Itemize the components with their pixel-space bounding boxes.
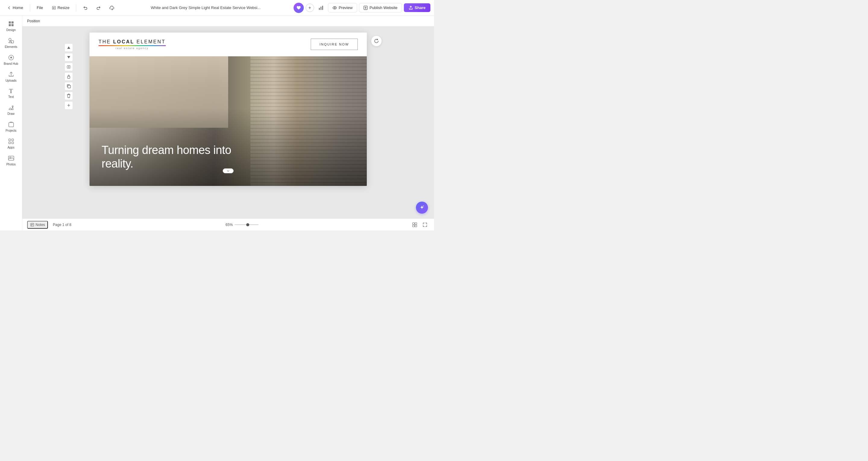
text-label: Text <box>8 95 13 99</box>
plus-icon: + <box>308 5 311 10</box>
grid-view-button[interactable] <box>410 220 419 229</box>
brand-hub-label: Brand Hub <box>4 62 19 66</box>
photos-label: Photos <box>6 163 16 166</box>
canvas-scroll[interactable]: + THE LOCAL ELEMENT real estate agency <box>22 27 434 230</box>
hide-page-button[interactable] <box>223 168 234 173</box>
sidebar-item-design[interactable]: Design <box>1 18 21 34</box>
home-button[interactable]: Home <box>4 4 26 12</box>
position-panel: Position <box>22 16 434 27</box>
text-icon: T <box>9 88 13 94</box>
duplicate-button[interactable] <box>64 82 73 90</box>
logo-sub: real estate agency <box>98 47 166 50</box>
svg-rect-1 <box>319 8 320 10</box>
svg-rect-26 <box>415 223 417 224</box>
zoom-slider-thumb[interactable] <box>246 223 249 226</box>
svg-point-4 <box>334 7 335 8</box>
rotate-button[interactable] <box>371 36 382 47</box>
website-logo: THE LOCAL ELEMENT real estate agency <box>98 39 166 50</box>
svg-rect-28 <box>415 225 417 227</box>
main-layout: Design Elements Brand Hub <box>0 16 434 230</box>
sidebar-item-apps[interactable]: Apps <box>1 135 21 152</box>
separator2 <box>76 4 76 11</box>
svg-rect-20 <box>8 156 14 160</box>
svg-rect-17 <box>12 139 13 141</box>
logo-rainbow-bar <box>98 45 166 46</box>
hero-text: Turning dream homes into reality. <box>101 144 246 171</box>
magic-assistant-button[interactable] <box>416 202 428 214</box>
delete-button[interactable] <box>64 92 73 100</box>
lock-button[interactable] <box>64 72 73 81</box>
website-nav: THE LOCAL ELEMENT real estate agency INQ… <box>90 33 367 56</box>
elements-label: Elements <box>5 45 18 49</box>
projects-icon <box>8 121 14 128</box>
redo-icon <box>96 5 101 10</box>
hero-area: Turning dream homes into reality. <box>90 56 367 186</box>
brand-hub-icon <box>8 54 14 61</box>
svg-rect-7 <box>11 21 13 24</box>
share-button[interactable]: Share <box>404 3 430 12</box>
redo-button[interactable] <box>93 4 104 12</box>
undo-button[interactable] <box>80 4 91 12</box>
logo-text: THE LOCAL ELEMENT <box>98 39 166 44</box>
sidebar-item-brand-hub[interactable]: Brand Hub <box>1 52 21 68</box>
svg-rect-3 <box>322 6 323 10</box>
bottom-right <box>410 220 429 229</box>
undo-icon <box>83 5 88 10</box>
document-title: White and Dark Grey Simple Light Real Es… <box>120 5 291 10</box>
sidebar-item-draw[interactable]: Draw <box>1 102 21 118</box>
sidebar-item-projects[interactable]: Projects <box>1 119 21 135</box>
sidebar-item-photos[interactable]: Photos <box>1 152 21 169</box>
resize-icon <box>52 5 56 10</box>
zoom-level: 65% <box>225 223 233 227</box>
topbar: Home File Resize <box>0 0 434 16</box>
svg-rect-23 <box>68 85 70 88</box>
svg-rect-27 <box>412 225 414 227</box>
design-icon <box>8 21 14 27</box>
sidebar-item-uploads[interactable]: Uploads <box>1 69 21 85</box>
hero-heading: Turning dream homes into reality. <box>101 144 246 171</box>
svg-point-13 <box>10 57 12 58</box>
topbar-actions: + Preview <box>293 3 430 13</box>
svg-rect-15 <box>9 123 13 127</box>
svg-rect-18 <box>9 142 10 144</box>
apps-icon <box>8 138 14 145</box>
notes-button[interactable]: Notes <box>27 221 48 229</box>
svg-rect-2 <box>320 7 321 10</box>
home-label: Home <box>13 5 23 10</box>
bottom-left: Notes Page 1 of 8 <box>27 221 74 229</box>
fullscreen-button[interactable] <box>421 220 429 229</box>
photos-icon <box>8 155 14 161</box>
analytics-button[interactable] <box>316 3 326 13</box>
zoom-control: 65% <box>225 223 258 227</box>
move-up-button[interactable] <box>64 43 73 52</box>
svg-point-14 <box>12 106 13 107</box>
cloud-save-button[interactable] <box>106 4 118 12</box>
bottom-toolbar: Notes Page 1 of 8 65% <box>22 218 434 230</box>
add-to-collection-button[interactable]: + <box>306 4 314 12</box>
publish-icon <box>364 6 368 10</box>
sidebar-item-text[interactable]: T Text <box>1 86 21 101</box>
preview-button[interactable]: Preview <box>328 3 357 12</box>
resize-button[interactable]: Resize <box>49 4 73 12</box>
align-button[interactable] <box>64 63 73 71</box>
projects-label: Projects <box>5 129 16 132</box>
svg-rect-9 <box>11 24 13 26</box>
share-icon <box>409 6 413 10</box>
canvas-wrapper: THE LOCAL ELEMENT real estate agency INQ… <box>90 33 367 186</box>
svg-rect-22 <box>67 76 70 78</box>
website-mockup[interactable]: THE LOCAL ELEMENT real estate agency INQ… <box>90 33 367 186</box>
add-element-button[interactable]: + <box>64 101 73 110</box>
canva-heart-button[interactable] <box>293 3 304 13</box>
draw-label: Draw <box>7 112 14 116</box>
move-down-button[interactable] <box>64 53 73 61</box>
zoom-slider-track[interactable] <box>235 224 258 225</box>
publish-button[interactable]: Publish Website <box>359 3 402 12</box>
sidebar-item-elements[interactable]: Elements <box>1 35 21 51</box>
chevron-left-icon <box>7 5 11 10</box>
svg-rect-8 <box>9 24 11 26</box>
apps-label: Apps <box>7 146 14 149</box>
inquire-button[interactable]: INQUIRE NOW <box>311 38 358 50</box>
page-indicator: Page 1 of 8 <box>50 221 73 228</box>
svg-rect-6 <box>9 21 11 24</box>
file-button[interactable]: File <box>34 4 46 12</box>
